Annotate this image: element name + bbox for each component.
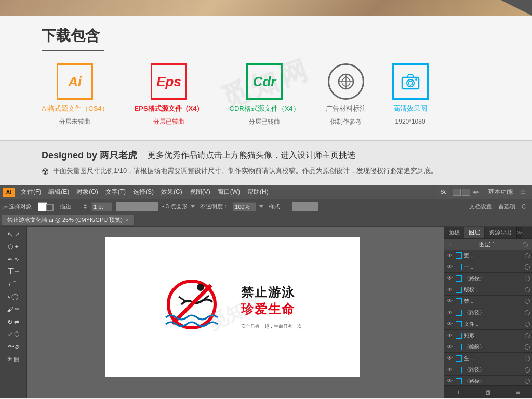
pen-icon[interactable]: ✏ [473, 188, 480, 196]
layer-eye-7[interactable]: 👁 [446, 332, 454, 339]
tab-panel[interactable]: 面板 [444, 227, 464, 238]
stroke-input[interactable]: 1 pt [91, 202, 112, 211]
layer-name-3: 版权... [464, 286, 523, 294]
layer-item-0[interactable]: 👁 更... [444, 250, 532, 261]
layer-name-4: 禁... [464, 298, 523, 305]
layer-name-7: 矩形 [464, 332, 523, 339]
style-picker[interactable] [292, 202, 318, 211]
layer-eye-9[interactable]: 👁 [446, 355, 454, 362]
arc-icon: ⌒ [11, 280, 18, 289]
toolbar-icon-1[interactable]: ⬡ [520, 203, 529, 210]
lasso-tool[interactable]: ⬡ ✦ [2, 241, 25, 252]
cdr-label: CDR格式源文件（X4） [230, 104, 300, 113]
menu-select[interactable]: 选择(S) [130, 187, 157, 197]
dropdown-arrow-2[interactable] [259, 205, 263, 208]
tab-layers[interactable]: 图层 [464, 227, 485, 238]
grid-icon-1[interactable] [453, 189, 461, 196]
new-layer-icon[interactable]: + [457, 389, 460, 396]
layer-item-6[interactable]: 👁 文件... [444, 318, 532, 330]
layer-item-2[interactable]: 👁 〈路径〉 [444, 273, 532, 284]
ad-sublabel: 供制作参考 [330, 117, 362, 126]
document-tab[interactable]: 禁止游泳文化墙.ai @ 25% (CMYK/GPU 预览) × [2, 215, 135, 225]
dropdown-arrow-1[interactable] [191, 205, 195, 208]
layer-eye-8[interactable]: 👁 [446, 343, 454, 351]
paintbrush-tool[interactable]: 🖌 ✏ [2, 303, 25, 315]
layer-item-1[interactable]: 👁 一... [444, 261, 532, 273]
ai-sublabel: 分层未转曲 [59, 117, 90, 126]
rotate-tool[interactable]: ↻ ⇌ [2, 316, 25, 327]
menu-object[interactable]: 对象(O) [73, 187, 101, 197]
layer-eye-0[interactable]: 👁 [446, 252, 454, 259]
layer-circle-6 [525, 322, 530, 327]
hd-sublabel: 1920*1080 [395, 117, 425, 126]
stroke-label: 描边： [58, 202, 79, 211]
layer-item-3[interactable]: 👁 版权... [444, 284, 532, 296]
layer-item-5[interactable]: 👁 〈路径〉 [444, 307, 532, 318]
reshape-icon: ⌀ [15, 343, 19, 350]
line-tool[interactable]: / ⌒ [2, 278, 25, 290]
layer-name-2: 〈路径〉 [464, 275, 523, 282]
up-down-arrows[interactable] [81, 203, 89, 211]
layer-eye-10[interactable]: 👁 [446, 366, 454, 374]
symbol-tool[interactable]: ✳ ▦ [2, 353, 25, 365]
menu-view[interactable]: 视图(V) [187, 187, 214, 197]
layer-item-10[interactable]: 👁 〈路径〉 [444, 364, 532, 376]
layer-name-10: 〈路径〉 [464, 366, 523, 374]
layer-eye-2[interactable]: 👁 [446, 275, 454, 282]
menu-window[interactable]: 窗口(W) [215, 187, 243, 197]
delete-layer-icon[interactable]: 🗑 [485, 389, 491, 396]
pencil-icon: ✏ [15, 305, 20, 313]
menu-help[interactable]: 帮助(H) [244, 187, 272, 197]
layer-item-11[interactable]: 👁 〈路径〉 [444, 376, 532, 385]
layer-options-icon[interactable]: ≡ [516, 389, 520, 396]
layer-eye-11[interactable]: 👁 [446, 378, 454, 385]
file-item-ai: Ai AI格式源文件（CS4） 分层未转曲 [42, 63, 109, 126]
panel-toggle-icon[interactable]: ≡ [517, 187, 529, 197]
layer-color-indicator [523, 242, 528, 247]
layer-circle-1 [525, 264, 530, 270]
first-option-btn[interactable]: 首选项 [496, 203, 517, 210]
pen-tool[interactable]: ✒ ∿ [2, 254, 25, 265]
layer-item-7[interactable]: 👁 矩形 [444, 330, 532, 341]
type-tool[interactable]: T T [2, 266, 25, 277]
svg-point-5 [408, 81, 413, 85]
layer-eye-1[interactable]: 👁 [446, 263, 454, 271]
stroke-color-box[interactable] [46, 204, 54, 211]
ad-label: 广告材料标注 [326, 104, 366, 113]
warp-tool[interactable]: 〜 ⌀ [2, 341, 25, 352]
layer-item-9[interactable]: 👁 生... [444, 353, 532, 364]
canvas-area: 禁止游泳 珍爱生命 安全只有一起，生命只有一次 觅知网 [27, 227, 444, 398]
artboard: 禁止游泳 珍爱生命 安全只有一起，生命只有一次 [105, 237, 360, 377]
layer-eye-3[interactable]: 👁 [446, 286, 454, 294]
menu-file[interactable]: 文件(F) [18, 187, 44, 197]
tab-asset-export[interactable]: 资源导出 [485, 227, 516, 238]
layer-eye-5[interactable]: 👁 [446, 309, 454, 316]
opacity-input[interactable] [233, 202, 256, 211]
layer-circle-5 [525, 310, 530, 315]
menu-type[interactable]: 文字(T) [102, 187, 129, 197]
panel-collapse-btn[interactable]: ≫ [516, 227, 522, 238]
grid-icon-2[interactable] [462, 189, 470, 196]
scale-tool[interactable]: ⤢ ⬡ [2, 328, 25, 340]
select-tool[interactable]: ↖ ↗ [2, 229, 25, 240]
tab-close-btn[interactable]: × [126, 217, 129, 223]
layer-circle-4 [525, 299, 530, 304]
menubar: Ai 文件(F) 编辑(E) 对象(O) 文字(T) 选择(S) 效果(C) 视… [0, 185, 532, 200]
layer-item-4[interactable]: 👁 禁... [444, 296, 532, 307]
layer-color-2 [456, 275, 462, 282]
corner-triangle [501, 0, 532, 16]
file-icons-row: Ai AI格式源文件（CS4） 分层未转曲 Eps EPS格式源文件（X4） 分… [42, 63, 490, 126]
menu-edit[interactable]: 编辑(E) [45, 187, 72, 197]
file-item-eps: Eps EPS格式源文件（X4） 分层已转曲 [135, 63, 204, 126]
color-picker-bar[interactable] [116, 202, 158, 211]
rect-tool[interactable]: ◯ [2, 291, 25, 302]
layer-item-8[interactable]: 👁 〈编组〉 [444, 341, 532, 353]
layer-eye-4[interactable]: 👁 [446, 298, 454, 305]
workspace: ↖ ↗ ⬡ ✦ ✒ ∿ T T / ⌒ ◯ [0, 227, 532, 398]
doc-settings-btn[interactable]: 文档设置 [467, 203, 494, 210]
toolbar-strip: 未选择对象 描边： 1 pt • 3 点圆形 不透明度： 样式： 文档设置 首选… [0, 200, 532, 214]
opacity-label: 不透明度： [198, 202, 231, 211]
menu-effect[interactable]: 效果(C) [158, 187, 185, 197]
artwork-small-text: 安全只有一起，生命只有一次 [241, 321, 302, 330]
layer-eye-6[interactable]: 👁 [446, 321, 454, 328]
